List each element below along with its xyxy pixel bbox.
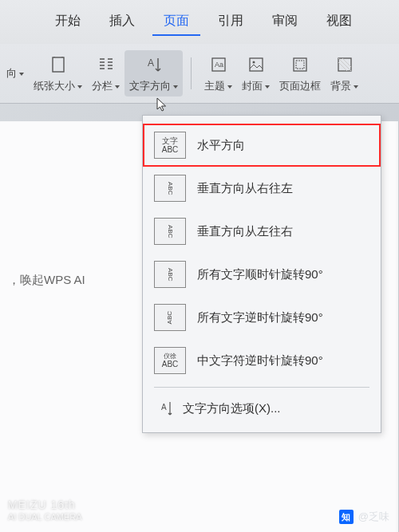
cover-dropdown[interactable]: 封面 [237,50,275,97]
menu-label: 所有文字顺时针旋转90° [197,267,323,282]
text-direction-dropdown[interactable]: A 文字方向 [124,50,183,97]
menu-label: 所有文字逆时针旋转90° [197,310,323,325]
tab-view[interactable]: 视图 [315,8,363,36]
menu-label: 中文字符逆时针旋转90° [197,353,323,368]
menu-item-horizontal[interactable]: 文字 ABC 水平方向 [143,124,381,167]
text-direction-menu: 文字 ABC 水平方向 ABC 垂直方向从右往左 ABC 垂直方向从左往右 AB… [142,115,381,433]
menu-label: 垂直方向从左往右 [197,224,293,239]
svg-text:A: A [148,57,154,69]
page-size-icon [47,53,69,76]
menu-label: 垂直方向从右往左 [197,181,293,196]
svg-rect-0 [53,57,64,72]
svg-rect-4 [250,58,263,71]
theme-icon: Aa [207,53,230,76]
tab-insert[interactable]: 插入 [98,8,146,36]
tab-page[interactable]: 页面 [152,8,200,36]
tab-review[interactable]: 审阅 [261,8,309,36]
cjk-rotate-icon: 仪徐 ABC [154,347,186,374]
ribbon: 向 纸张大小 分栏 A 文字方向 Aa 主题 [0,44,399,104]
background-dropdown[interactable]: 背景 [326,50,363,97]
text-direction-icon: A [143,53,165,76]
page-border-button[interactable]: 页面边框 [275,50,326,97]
device-watermark: MEIZU 16th AI DUAL CAMERA [8,499,82,522]
tab-start[interactable]: 开始 [44,8,92,36]
rotate-cw-icon: ABC [154,261,186,288]
tab-reference[interactable]: 引用 [207,8,255,36]
orientation-dropdown[interactable]: 向 [6,63,29,84]
menu-item-vertical-ltr[interactable]: ABC 垂直方向从左往右 [143,210,381,253]
svg-text:Aa: Aa [215,61,223,69]
svg-rect-7 [296,61,304,69]
ribbon-divider [191,57,192,89]
background-icon [334,53,356,76]
menu-item-rotate-ccw90[interactable]: ABC 所有文字逆时针旋转90° [143,296,381,339]
menu-label: 水平方向 [197,138,245,153]
page-border-icon [289,53,311,76]
vertical-rtl-icon: ABC [154,175,186,202]
theme-dropdown[interactable]: Aa 主题 [200,50,237,97]
zhihu-logo-icon: 知 [339,510,354,524]
columns-icon [95,53,117,76]
svg-rect-6 [294,58,306,71]
cover-icon [245,53,267,76]
menu-item-options[interactable]: A 文字方向选项(X)... [143,392,381,424]
menu-item-cjk-ccw90[interactable]: 仪徐 ABC 中文字符逆时针旋转90° [143,339,381,382]
vertical-ltr-icon: ABC [154,218,186,245]
text-direction-small-icon: A [160,400,173,416]
menu-item-rotate-cw90[interactable]: ABC 所有文字顺时针旋转90° [143,253,381,296]
svg-point-5 [252,61,255,64]
columns-dropdown[interactable]: 分栏 [87,50,124,97]
svg-text:A: A [161,403,167,412]
page-size-dropdown[interactable]: 纸张大小 [29,50,87,97]
horizontal-icon: 文字 ABC [154,132,186,159]
tab-bar: 开始 插入 页面 引用 审阅 视图 [0,0,399,44]
menu-label: 文字方向选项(X)... [183,401,281,416]
ai-hint-text: ，唤起WPS AI [8,273,85,288]
menu-item-vertical-rtl[interactable]: ABC 垂直方向从右往左 [143,167,381,210]
zhihu-watermark: 知 @乏味 [339,510,389,524]
menu-separator [154,387,369,388]
rotate-ccw-icon: ABC [154,304,186,331]
